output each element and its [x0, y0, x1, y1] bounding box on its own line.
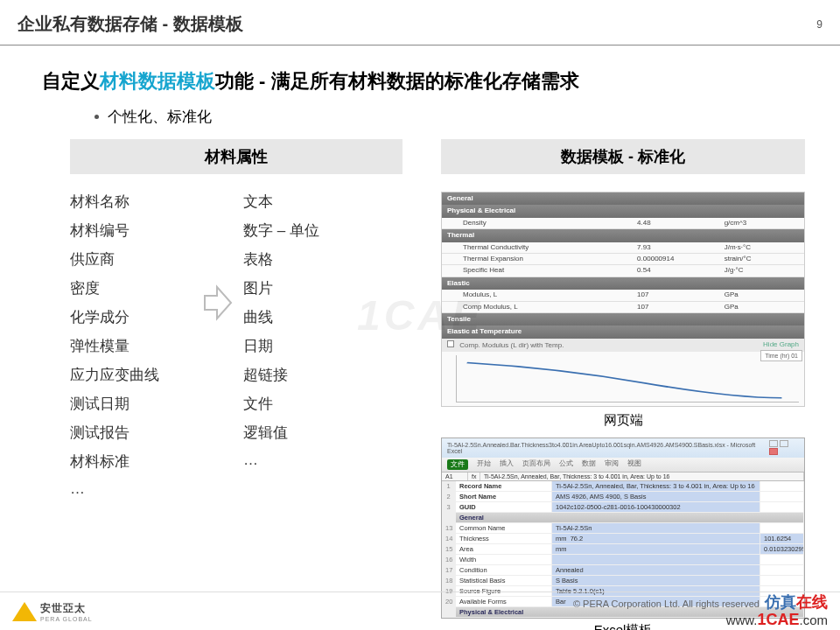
right-column: 数据模板 - 标准化 General Physical & Electrical…	[441, 137, 805, 630]
ribbon-tab: 审阅	[605, 459, 619, 470]
left-column: 材料属性 材料名称文本 材料编号数字 – 单位 供应商表格 密度 图片 化学成分…	[70, 137, 402, 630]
web-row: Thermal Expansion0.00000914strain/°C	[442, 254, 804, 265]
web-section-elastic-temp: Elastic at Temperature	[442, 326, 804, 338]
attr-type: 文件	[243, 394, 402, 414]
ribbon-tab: 数据	[582, 459, 596, 470]
attr-type: 日期	[243, 336, 402, 356]
web-template-panel: General Physical & Electrical Density4.4…	[441, 192, 805, 407]
attr-type: 数字 – 单位	[243, 220, 402, 241]
excel-ribbon: 文件 开始 插入 页面布局 公式 数据 审阅 视图	[442, 458, 804, 472]
arrow-icon	[201, 278, 234, 327]
attr-type: …	[243, 452, 402, 472]
ribbon-tab: 页面布局	[522, 459, 550, 470]
page-number: 9	[816, 18, 822, 31]
attr-type: 逻辑值	[243, 423, 402, 443]
logo-sub-text: PERA GLOBAL	[40, 616, 93, 622]
attr-type: 曲线	[243, 307, 402, 327]
ribbon-tab: 公式	[559, 459, 573, 470]
slide-title: 企业私有数据存储 - 数据模板	[18, 12, 243, 36]
attr-name: 材料标准	[70, 452, 192, 472]
web-row: Modulus, L107GPa	[442, 290, 804, 301]
web-row: Comp Modulus, L107GPa	[442, 302, 804, 313]
web-caption: 网页端	[441, 412, 805, 429]
excel-formula-bar: A1 fx Ti-5Al-2.5Sn, Annealed, Bar, Thick…	[442, 472, 804, 481]
attr-name: 测试报告	[70, 423, 192, 443]
attr-name: 供应商	[70, 249, 192, 270]
pera-logo: 安世亞太 PERA GLOBAL	[12, 601, 93, 622]
right-column-header: 数据模板 - 标准化	[441, 139, 805, 174]
attr-type	[243, 480, 402, 498]
ribbon-tab: 开始	[477, 459, 491, 470]
web-graph-bar: Comp. Modulus (L dir) with Temp. Hide Gr…	[442, 339, 804, 352]
copyright-text: © PERA Corporation Ltd. All rights reser…	[573, 594, 828, 612]
attr-name: 应力应变曲线	[70, 365, 192, 385]
attr-type: 表格	[243, 249, 402, 270]
attr-name: …	[70, 480, 192, 498]
site-url: www.1CAE.com	[726, 612, 828, 629]
triangle-icon	[12, 602, 37, 621]
bullet-row: 个性化、标准化	[94, 107, 840, 127]
slide-header: 企业私有数据存储 - 数据模板 9	[0, 0, 840, 46]
web-graph: Time (hr) 01	[456, 355, 799, 402]
ribbon-tab: 文件	[447, 459, 468, 470]
attr-name: 材料编号	[70, 220, 192, 241]
headline-post: 功能 - 满足所有材料数据的标准化存储需求	[215, 70, 579, 92]
headline-highlight: 材料数据模板	[100, 70, 215, 92]
web-section-elastic: Elastic	[442, 277, 804, 290]
attr-type: 图片	[243, 278, 402, 298]
checkbox-icon	[447, 340, 454, 347]
hide-graph-link: Hide Graph	[763, 340, 799, 349]
bullet-text: 个性化、标准化	[108, 107, 212, 127]
web-section-physical: Physical & Electrical	[442, 205, 804, 217]
ribbon-tab: 插入	[500, 459, 514, 470]
attr-type: 超链接	[243, 365, 402, 385]
excel-window-title: Ti-5Al-2.5Sn.Annealed.Bar.Thickness3to4.…	[442, 438, 804, 458]
attr-name: 化学成分	[70, 307, 192, 327]
left-column-header: 材料属性	[70, 139, 402, 174]
web-row: Thermal Conductivity7.93J/m·s·°C	[442, 242, 804, 254]
bullet-dot-icon	[94, 115, 99, 119]
ribbon-tab: 视图	[627, 459, 641, 470]
attr-name: 测试日期	[70, 394, 192, 414]
web-section-thermal: Thermal	[442, 229, 804, 242]
web-section-tensile: Tensile	[442, 313, 804, 326]
web-section-general: General	[442, 192, 804, 205]
attr-type: 文本	[243, 192, 402, 212]
window-buttons	[767, 440, 799, 456]
attribute-grid: 材料名称文本 材料编号数字 – 单位 供应商表格 密度 图片 化学成分曲线 弹性…	[70, 192, 402, 498]
headline-pre: 自定义	[42, 70, 100, 92]
headline: 自定义材料数据模板功能 - 满足所有材料数据的标准化存储需求	[42, 68, 840, 94]
logo-main-text: 安世亞太	[40, 601, 93, 616]
web-row: Specific Heat0.54J/g·°C	[442, 265, 804, 276]
slide-footer: 安世亞太 PERA GLOBAL © PERA Corporation Ltd.…	[0, 592, 840, 630]
web-row-density: Density4.48g/cm^3	[442, 218, 804, 229]
footer-right: © PERA Corporation Ltd. All rights reser…	[573, 594, 828, 629]
attr-name: 密度	[70, 278, 192, 298]
attr-name: 弹性模量	[70, 336, 192, 356]
attr-name: 材料名称	[70, 192, 192, 212]
